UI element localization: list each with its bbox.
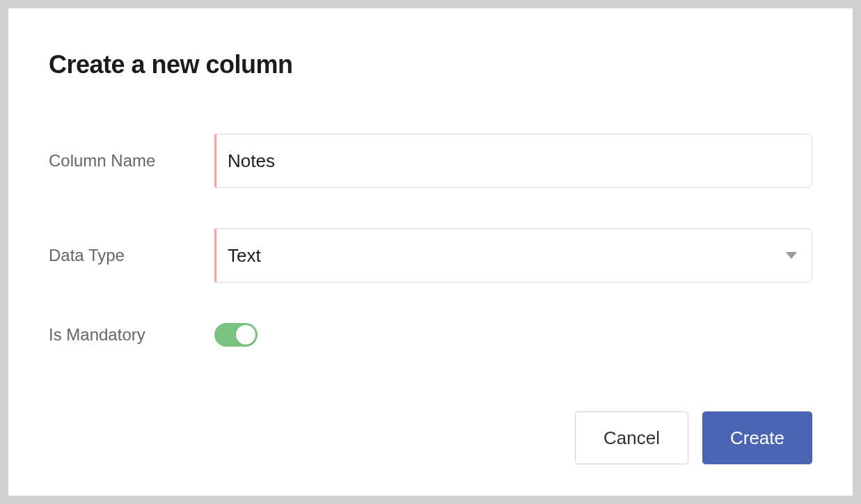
data-type-label: Data Type [49,246,214,265]
data-type-row: Data Type Text [49,228,812,283]
column-name-label: Column Name [49,151,214,171]
data-type-value: Text [228,245,261,267]
create-button[interactable]: Create [702,411,812,464]
data-type-select-wrapper: Text [214,228,812,283]
create-column-dialog: Create a new column Column Name Data Typ… [8,8,853,496]
is-mandatory-toggle[interactable] [214,323,258,347]
column-name-input[interactable] [214,134,812,188]
toggle-knob-icon [236,325,255,345]
is-mandatory-label: Is Mandatory [49,325,214,345]
required-marker-icon [214,228,216,283]
is-mandatory-row: Is Mandatory [49,323,812,347]
dialog-actions: Cancel Create [49,411,812,464]
column-name-row: Column Name [49,134,812,188]
cancel-button[interactable]: Cancel [575,411,688,464]
dialog-title: Create a new column [49,50,812,79]
column-name-input-wrapper [214,134,812,188]
data-type-select[interactable]: Text [214,228,812,283]
required-marker-icon [214,134,216,188]
